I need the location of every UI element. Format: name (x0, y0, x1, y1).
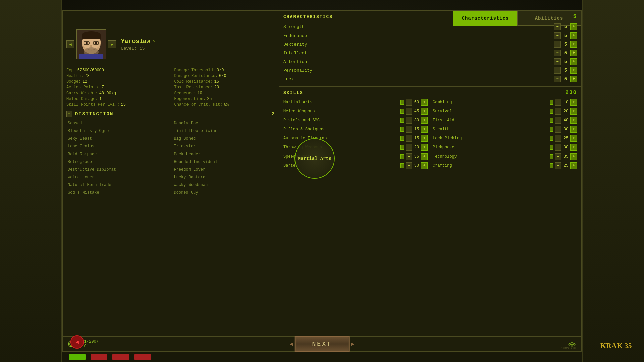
distinction-deadly-doc[interactable]: Deadly Doc (173, 120, 276, 126)
barter-plus[interactable]: + (421, 162, 428, 169)
rifles-shotguns-bar[interactable] (400, 127, 404, 132)
crafting-plus[interactable]: + (570, 162, 577, 169)
technology-minus[interactable]: − (555, 153, 561, 160)
martial-arts-bar[interactable] (400, 100, 404, 105)
distinction-bloodthirsty-ogre[interactable]: Bloodthirsty Ogre (66, 128, 169, 134)
distinction-roid-rampage[interactable]: Roid Rampage (66, 151, 169, 157)
lock-picking-minus[interactable]: − (555, 135, 561, 142)
characteristics-section: CHARACTERISTICS 5 Strength − 5 + Enduran… (279, 11, 581, 87)
rifles-shotguns-plus[interactable]: + (421, 126, 428, 133)
survival-bar[interactable] (550, 109, 553, 114)
pickpocket-minus[interactable]: − (555, 144, 561, 151)
luck-minus-button[interactable]: − (554, 76, 561, 82)
stat-regeneration: Regeneration: 25 (174, 97, 276, 101)
personality-minus-button[interactable]: − (554, 67, 561, 74)
distinction-retrograde[interactable]: Retrograde (66, 159, 169, 165)
distinction-sexy-beast[interactable]: Sexy Beast (66, 136, 169, 142)
survival-plus[interactable]: + (570, 108, 577, 115)
throwing-weapons-plus[interactable]: + (421, 144, 428, 151)
intellect-plus-button[interactable]: + (570, 50, 577, 56)
stealth-minus[interactable]: − (555, 126, 561, 133)
technology-plus[interactable]: + (570, 153, 577, 160)
rifles-shotguns-minus[interactable]: − (406, 126, 412, 133)
luck-plus-button[interactable]: + (570, 76, 577, 82)
edit-name-icon[interactable]: ✎ (153, 39, 155, 44)
distinction-big-boned[interactable]: Big Boned (173, 136, 276, 142)
distinction-natural-born-trader[interactable]: Natural Born Trader (66, 182, 169, 188)
next-character-button[interactable]: ▶ (108, 40, 116, 48)
pistols-smg-minus[interactable]: − (406, 117, 412, 124)
distinction-trickster[interactable]: Trickster (173, 143, 276, 149)
distinction-timid-theoretician[interactable]: Timid Theoretician (173, 128, 276, 134)
melee-weapons-bar[interactable] (400, 109, 404, 114)
distinction-pack-leader[interactable]: Pack Leader (173, 151, 276, 157)
endurance-plus-button[interactable]: + (570, 32, 577, 39)
speechcraft-plus[interactable]: + (421, 153, 428, 160)
melee-weapons-minus[interactable]: − (406, 108, 412, 115)
indicator-button-3[interactable] (112, 354, 129, 360)
indicator-button-2[interactable] (91, 354, 107, 360)
indicator-button-1[interactable] (69, 354, 86, 360)
distinction-sensei[interactable]: Sensei (66, 120, 169, 126)
stealth-bar[interactable] (550, 127, 553, 132)
strength-minus-button[interactable]: − (554, 23, 561, 30)
first-aid-plus[interactable]: + (570, 117, 577, 124)
crafting-bar[interactable] (550, 163, 553, 168)
technology-bar[interactable] (550, 154, 553, 159)
gambling-plus[interactable]: + (570, 99, 577, 106)
distinction-lucky-bastard[interactable]: Lucky Bastard (173, 174, 276, 180)
distinction-collapse-button[interactable]: − (66, 111, 72, 117)
barter-minus[interactable]: − (406, 162, 412, 169)
intellect-minus-button[interactable]: − (554, 50, 561, 56)
dexterity-plus-button[interactable]: + (570, 41, 577, 48)
stat-tox-resistance: Tox. Resistance: 20 (174, 85, 276, 90)
automatic-firearms-bar[interactable] (400, 136, 404, 141)
pistols-smg-bar[interactable] (400, 118, 404, 123)
next-button[interactable]: NEXT (294, 336, 349, 352)
lock-picking-bar[interactable] (550, 136, 553, 141)
martial-arts-plus[interactable]: + (421, 99, 428, 106)
distinction-weird-loner[interactable]: Weird Loner (66, 174, 169, 180)
attention-plus-button[interactable]: + (570, 58, 577, 65)
gambling-bar[interactable] (550, 100, 553, 105)
endurance-minus-button[interactable]: − (554, 32, 561, 39)
melee-weapons-plus[interactable]: + (421, 108, 428, 115)
automatic-firearms-minus[interactable]: − (406, 135, 412, 142)
back-button[interactable]: ◀ (70, 335, 84, 349)
distinction-doomed-guy[interactable]: Doomed Guy (173, 190, 276, 196)
speechcraft-bar[interactable] (400, 154, 404, 159)
automatic-firearms-plus[interactable]: + (421, 135, 428, 142)
distinction-freedom-lover[interactable]: Freedom Lover (173, 167, 276, 173)
first-aid-bar[interactable] (550, 118, 553, 123)
gambling-minus[interactable]: − (555, 99, 561, 106)
next-arrow-left: ◀ (290, 341, 293, 347)
martial-arts-minus[interactable]: − (406, 99, 412, 106)
attention-minus-button[interactable]: − (554, 58, 561, 65)
character-header: ◀ (66, 29, 275, 63)
personality-plus-button[interactable]: + (570, 67, 577, 74)
throwing-weapons-bar[interactable] (400, 145, 404, 150)
distinction-wacky-woodsman[interactable]: Wacky Woodsman (173, 182, 276, 188)
first-aid-minus[interactable]: − (555, 117, 561, 124)
crafting-minus[interactable]: − (555, 162, 561, 169)
stat-cold-resistance: Cold Resistance: 15 (174, 79, 276, 84)
lock-picking-plus[interactable]: + (570, 135, 577, 142)
pickpocket-plus[interactable]: + (570, 144, 577, 151)
survival-minus[interactable]: − (555, 108, 561, 115)
throwing-weapons-minus[interactable]: − (406, 144, 412, 151)
distinction-hounded-individual[interactable]: Hounded Individual (173, 159, 276, 165)
svg-point-8 (95, 42, 97, 44)
pistols-smg-plus[interactable]: + (421, 117, 428, 124)
distinction-lone-genius[interactable]: Lone Genius (66, 143, 169, 149)
barter-bar[interactable] (400, 163, 404, 168)
stealth-plus[interactable]: + (570, 126, 577, 133)
dexterity-minus-button[interactable]: − (554, 41, 561, 48)
distinction-gods-mistake[interactable]: God's Mistake (66, 190, 169, 196)
pickpocket-bar[interactable] (550, 145, 553, 150)
indicator-button-4[interactable] (134, 354, 151, 360)
skills-header: SKILLS 230 (283, 89, 577, 96)
strength-plus-button[interactable]: + (570, 23, 577, 30)
speechcraft-minus[interactable]: − (406, 153, 412, 160)
distinction-destructive-diplomat[interactable]: Destructive Diplomat (66, 167, 169, 173)
prev-character-button[interactable]: ◀ (66, 40, 74, 48)
